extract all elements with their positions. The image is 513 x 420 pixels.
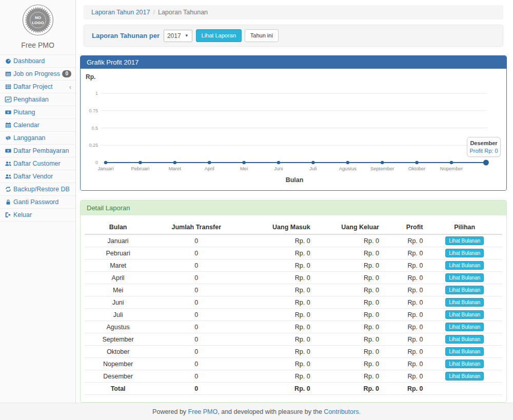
breadcrumb-separator: / bbox=[153, 9, 154, 16]
sidebar-item-daftar-project[interactable]: Daftar Project‹ bbox=[0, 81, 75, 93]
cell-jumlah_transfer: 0 bbox=[151, 309, 241, 321]
sidebar-item-piutang[interactable]: Piutang bbox=[0, 106, 75, 119]
cell-pilihan: Lihat Bulanan bbox=[427, 358, 502, 370]
breadcrumb-link[interactable]: Laporan Tahun 2017 bbox=[91, 9, 150, 16]
cell-uang_masuk: Rp. 0 bbox=[241, 259, 314, 272]
report-panel-title: Detail Laporan bbox=[81, 201, 506, 215]
cell-jumlah_transfer: 0 bbox=[151, 296, 241, 309]
data-point-pebruari[interactable] bbox=[139, 161, 142, 164]
sidebar-item-ganti-password[interactable]: Ganti Password bbox=[0, 196, 75, 209]
cell-jumlah_transfer: 0 bbox=[151, 358, 241, 370]
lihat-bulanan-button[interactable]: Lihat Bulanan bbox=[445, 310, 484, 319]
cell-uang_masuk: Rp. 0 bbox=[241, 370, 314, 383]
sidebar-item-keluar[interactable]: Keluar bbox=[0, 209, 75, 222]
sidebar-item-daftar-customer[interactable]: Daftar Customer bbox=[0, 157, 75, 170]
column-header-pilihan: Pilihan bbox=[427, 221, 502, 234]
lihat-bulanan-button[interactable]: Lihat Bulanan bbox=[445, 347, 484, 356]
lihat-bulanan-button[interactable]: Lihat Bulanan bbox=[445, 236, 484, 245]
sidebar-item-job-on-progress[interactable]: Job on Progress0 bbox=[0, 68, 75, 81]
logo-text-line2: LOGO bbox=[32, 21, 44, 25]
data-point-mei[interactable] bbox=[242, 161, 245, 164]
sidebar-item-label: Job on Progress bbox=[13, 70, 60, 77]
sidebar-item-calendar[interactable]: Calendar bbox=[0, 119, 75, 132]
lihat-bulanan-button[interactable]: Lihat Bulanan bbox=[445, 261, 484, 270]
profit-chart[interactable]: Rp.10.750.50.250JanuariPebruariMaretApri… bbox=[81, 69, 506, 190]
retweet-icon bbox=[5, 134, 13, 142]
lihat-bulanan-button[interactable]: Lihat Bulanan bbox=[445, 323, 484, 331]
sidebar-item-penghasilan[interactable]: Penghasilan bbox=[0, 93, 75, 106]
cell-uang_masuk: Rp. 0 bbox=[241, 358, 314, 370]
breadcrumb: Laporan Tahun 2017/Laporan Tahunan bbox=[84, 5, 503, 19]
free-pmo-link[interactable]: Free PMO bbox=[188, 408, 218, 415]
total-bulan: Total bbox=[85, 383, 151, 395]
data-point-agustus[interactable] bbox=[346, 161, 349, 164]
x-tick-label: Maret bbox=[169, 166, 182, 171]
footer-text-middle: , and developed with pleasure by the bbox=[218, 408, 324, 415]
cell-pilihan: Lihat Bulanan bbox=[427, 333, 502, 346]
lihat-bulanan-button[interactable]: Lihat Bulanan bbox=[445, 372, 484, 381]
cell-uang_keluar: Rp. 0 bbox=[314, 370, 383, 383]
year-select[interactable]: 2017 ▼ bbox=[164, 30, 192, 42]
cell-bulan: September bbox=[85, 333, 151, 346]
table-row-september: September0Rp. 0Rp. 0Rp. 0Lihat Bulanan bbox=[85, 333, 502, 346]
no-logo-seal-icon: NO LOGO bbox=[22, 4, 54, 36]
tahun-ini-button[interactable]: Tahun ini bbox=[245, 29, 279, 42]
data-point-oktober[interactable] bbox=[415, 161, 418, 164]
cell-profit: Rp. 0 bbox=[383, 346, 427, 358]
sidebar-item-daftar-pembayaran[interactable]: Daftar Pembayaran bbox=[0, 145, 75, 157]
column-header-profit: Profit bbox=[383, 221, 427, 234]
contributors-link[interactable]: Contributors. bbox=[324, 408, 361, 415]
sidebar-item-label: Keluar bbox=[13, 211, 32, 218]
cell-bulan: Juni bbox=[85, 296, 151, 309]
lihat-bulanan-button[interactable]: Lihat Bulanan bbox=[445, 286, 484, 294]
x-tick-label: Pebruari bbox=[131, 166, 149, 171]
table-row-pebruari: Pebruari0Rp. 0Rp. 0Rp. 0Lihat Bulanan bbox=[85, 247, 502, 259]
cell-uang_masuk: Rp. 0 bbox=[241, 309, 314, 321]
sidebar-header: NO LOGO Free PMO bbox=[0, 0, 75, 55]
data-point-juni[interactable] bbox=[277, 161, 280, 164]
data-point-januari[interactable] bbox=[104, 161, 107, 164]
users-icon bbox=[5, 160, 13, 167]
sidebar-item-backup-restore-db[interactable]: Backup/Restore DB bbox=[0, 183, 75, 196]
cell-bulan: April bbox=[85, 272, 151, 284]
calendar-icon bbox=[5, 122, 13, 129]
table-row-juli: Juli0Rp. 0Rp. 0Rp. 0Lihat Bulanan bbox=[85, 309, 502, 321]
lock-icon bbox=[5, 198, 13, 206]
cell-uang_keluar: Rp. 0 bbox=[314, 333, 383, 346]
table-row-desember: Desember0Rp. 0Rp. 0Rp. 0Lihat Bulanan bbox=[85, 370, 502, 383]
x-axis-label: Bulan bbox=[286, 176, 304, 184]
column-header-uang-keluar: Uang Keluar bbox=[314, 221, 383, 234]
data-point-juli[interactable] bbox=[311, 161, 314, 164]
lihat-bulanan-button[interactable]: Lihat Bulanan bbox=[445, 249, 484, 257]
lihat-bulanan-button[interactable]: Lihat Bulanan bbox=[445, 359, 484, 368]
x-tick-label: Juni bbox=[274, 166, 283, 171]
lihat-bulanan-button[interactable]: Lihat Bulanan bbox=[445, 335, 484, 344]
table-row-oktober: Oktober0Rp. 0Rp. 0Rp. 0Lihat Bulanan bbox=[85, 346, 502, 358]
cell-uang_masuk: Rp. 0 bbox=[241, 296, 314, 309]
cell-pilihan: Lihat Bulanan bbox=[427, 309, 502, 321]
cell-pilihan: Lihat Bulanan bbox=[427, 247, 502, 259]
lihat-laporan-button[interactable]: Lihat Laporan bbox=[196, 29, 242, 42]
breadcrumb-current: Laporan Tahunan bbox=[158, 9, 208, 16]
total-pilihan-empty bbox=[427, 383, 502, 395]
data-point-nopember[interactable] bbox=[450, 161, 453, 164]
sidebar-item-dashboard[interactable]: Dashboard bbox=[0, 55, 75, 68]
column-header-bulan: Bulan bbox=[85, 221, 151, 234]
cell-profit: Rp. 0 bbox=[383, 247, 427, 259]
cell-bulan: Pebruari bbox=[85, 247, 151, 259]
sidebar-item-label: Piutang bbox=[13, 109, 35, 116]
column-header-jumlah-transfer: Jumlah Transfer bbox=[151, 221, 241, 234]
data-point-maret[interactable] bbox=[173, 161, 176, 164]
lihat-bulanan-button[interactable]: Lihat Bulanan bbox=[445, 298, 484, 307]
dashboard-icon bbox=[5, 57, 13, 65]
data-point-desember[interactable] bbox=[483, 160, 489, 166]
data-point-september[interactable] bbox=[381, 161, 384, 164]
tooltip-label: Desember bbox=[468, 140, 499, 146]
data-point-april[interactable] bbox=[208, 161, 211, 164]
money-icon bbox=[5, 109, 13, 116]
refresh-icon bbox=[5, 186, 13, 193]
sidebar-item-daftar-vendor[interactable]: Daftar Vendor bbox=[0, 170, 75, 183]
sidebar-item-langganan[interactable]: Langganan bbox=[0, 132, 75, 145]
lihat-bulanan-button[interactable]: Lihat Bulanan bbox=[445, 273, 484, 282]
line-chart-icon bbox=[5, 96, 13, 103]
